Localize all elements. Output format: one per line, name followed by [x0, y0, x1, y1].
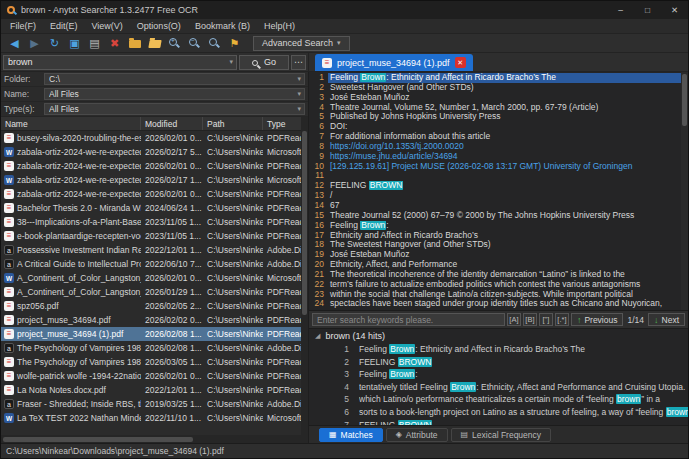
- column-header-name[interactable]: Name: [1, 117, 141, 130]
- forward-icon[interactable]: ▶: [25, 35, 44, 51]
- menu-edite[interactable]: Edit(E): [43, 21, 85, 31]
- more-options-button[interactable]: ⋯: [291, 55, 306, 70]
- file-row[interactable]: wolfe-patrick wolfe -1994-22nation-a...2…: [1, 369, 301, 383]
- filter-combobox[interactable]: C:\▾: [44, 73, 305, 85]
- file-row[interactable]: e-book-plantaardige-recepten-voor-i...20…: [1, 229, 301, 243]
- file-list-vertical-scrollbar[interactable]: [301, 117, 308, 435]
- match-row[interactable]: 6sorts to a book-length project on Latin…: [309, 406, 688, 419]
- file-row[interactable]: zabala-ortiz-2024-we-re-expected-to...20…: [1, 159, 301, 173]
- find-option-button-0[interactable]: [A]: [507, 313, 521, 326]
- column-header-type[interactable]: Type: [263, 117, 301, 130]
- previous-match-button[interactable]: ↑ Previous: [571, 313, 624, 326]
- menu-viewv[interactable]: View(V): [85, 21, 130, 31]
- document-line[interactable]: 3José Esteban Muñoz: [309, 93, 681, 103]
- close-button[interactable]: ✕: [661, 1, 688, 19]
- document-line[interactable]: 1467: [309, 201, 681, 211]
- file-row[interactable]: project_muse_34694 (1).pdf2026/02/08 1..…: [1, 327, 301, 341]
- document-tab[interactable]: project_muse_34694 (1).pdf ✕: [315, 54, 473, 71]
- column-header-path[interactable]: Path: [203, 117, 263, 130]
- document-line[interactable]: 19José Esteban Muñoz: [309, 250, 681, 260]
- tab-attribute[interactable]: ◈Attribute: [386, 428, 448, 442]
- document-vertical-scrollbar[interactable]: [681, 72, 688, 310]
- find-option-button-3[interactable]: [.*]: [555, 313, 569, 326]
- match-group-header[interactable]: ◢ brown (14 hits): [309, 329, 688, 343]
- tab-lexical-frequency[interactable]: ▤Lexical Frequency: [451, 428, 552, 442]
- file-row[interactable]: Fraser - Shredded; Inside RBS, the Ba...…: [1, 397, 301, 411]
- delete-index-icon[interactable]: ✖: [105, 35, 124, 51]
- menu-helph[interactable]: Help(H): [257, 21, 302, 31]
- back-icon[interactable]: ◀: [5, 35, 24, 51]
- file-row[interactable]: spz056.pdf2026/02/05 2...C:\Users\Ninke.…: [1, 299, 301, 313]
- close-tab-icon[interactable]: ✕: [455, 57, 466, 68]
- bookmark-icon[interactable]: ⚑: [225, 35, 244, 51]
- file-row[interactable]: 38---Implications-of-a-Plant-Based-Di...…: [1, 215, 301, 229]
- search-history-dropdown-icon[interactable]: ▾: [226, 58, 236, 66]
- document-line[interactable]: 7For additional information about this a…: [309, 132, 681, 142]
- search-file-icon[interactable]: [205, 35, 224, 51]
- document-line[interactable]: 2Sweetest Hangover (and Other STDs): [309, 83, 681, 93]
- file-row[interactable]: busey-silva-2020-troubling-the-essen...2…: [1, 131, 301, 145]
- file-row[interactable]: The Psychology of Vampires 1983 1st...20…: [1, 341, 301, 355]
- file-row[interactable]: project_muse_34694.pdf2026/02/02 0...C:\…: [1, 313, 301, 327]
- scrollbar-thumb[interactable]: [3, 437, 193, 442]
- match-row[interactable]: 5which Latino/o performance theatricaliz…: [309, 393, 688, 406]
- file-row[interactable]: The Psychology of Vampires 1983 1st...20…: [1, 355, 301, 369]
- document-line[interactable]: 10[129.125.19.61] Project MUSE (2026-02-…: [309, 162, 681, 172]
- filter-combobox[interactable]: All Files▾: [44, 88, 305, 100]
- document-line[interactable]: 8https://doi.org/10.1353/tj.2000.0020: [309, 142, 681, 152]
- file-row[interactable]: zabala-ortiz-2024-we-re-expected-to...20…: [1, 145, 301, 159]
- match-row[interactable]: 1Feeling Brown: Ethnicity and Affect in …: [309, 343, 688, 356]
- menu-optionso[interactable]: Options(O): [130, 21, 188, 31]
- filter-combobox[interactable]: All Files▾: [44, 103, 305, 115]
- menu-filef[interactable]: File(F): [3, 21, 43, 31]
- document-line[interactable]: 5Published by Johns Hopkins University P…: [309, 112, 681, 122]
- file-row[interactable]: La TeX TEST 2022 Nathan Minderhou...2022…: [1, 411, 301, 425]
- folder-icon[interactable]: [125, 35, 144, 51]
- search-input[interactable]: [4, 57, 226, 67]
- column-header-modified[interactable]: Modified: [141, 117, 203, 130]
- refresh-icon[interactable]: ↻: [45, 35, 64, 51]
- zoom-in-icon[interactable]: +: [165, 35, 184, 51]
- file-row[interactable]: A_Continent_of_Color_Langston_Hugh...202…: [1, 285, 301, 299]
- document-line[interactable]: 17Ethnicity and Affect in Ricardo Bracho…: [309, 231, 681, 241]
- index-database-icon[interactable]: ▣: [65, 35, 84, 51]
- document-line[interactable]: 20Ethnicity, Affect, and Performance: [309, 260, 681, 270]
- maximize-button[interactable]: □: [634, 1, 661, 19]
- document-line[interactable]: 11: [309, 171, 681, 181]
- file-row[interactable]: zabala-ortiz-2024-we-re-expected-to...20…: [1, 173, 301, 187]
- document-line[interactable]: 22term’s failure to actualize embodied p…: [309, 280, 681, 290]
- next-match-button[interactable]: ↓ Next: [648, 313, 685, 326]
- find-option-button-2[interactable]: ["]: [539, 313, 553, 326]
- file-row[interactable]: Bachelor Thesis 2.0 - Miranda Wiger...20…: [1, 201, 301, 215]
- document-line[interactable]: 21The theoretical incoherence of the ide…: [309, 270, 681, 280]
- document-line[interactable]: 16Feeling Brown:: [309, 221, 681, 231]
- file-row[interactable]: La Nota Notes.docx.pdf2022/12/01 1...C:\…: [1, 383, 301, 397]
- find-option-button-1[interactable]: [B]: [523, 313, 537, 326]
- match-row[interactable]: 2FEELING BROWN: [309, 356, 688, 369]
- document-line[interactable]: 12FEELING BROWN: [309, 181, 681, 191]
- advanced-search-button[interactable]: Advanced Search ▾: [253, 36, 350, 51]
- file-row[interactable]: A_Continent_of_Color_Langston_Hugh...202…: [1, 271, 301, 285]
- find-input[interactable]: [312, 313, 505, 326]
- file-row[interactable]: A Critical Guide to Intellectual Prop...…: [1, 257, 301, 271]
- scrollbar-thumb[interactable]: [682, 74, 687, 126]
- document-line[interactable]: 23within the social that challenge Latin…: [309, 290, 681, 300]
- tab-matches[interactable]: ▦Matches: [319, 428, 383, 442]
- minimize-button[interactable]: –: [607, 1, 634, 19]
- zoom-out-icon[interactable]: −: [185, 35, 204, 51]
- match-row[interactable]: 4tentatively titled Feeling Brown: Ethni…: [309, 381, 688, 394]
- menu-bookmarkb[interactable]: Bookmark (B): [188, 21, 257, 31]
- scrollbar-thumb[interactable]: [302, 131, 307, 315]
- folder-open-icon[interactable]: [145, 35, 164, 51]
- document-line[interactable]: 15Theatre Journal 52 (2000) 67–79 © 2000…: [309, 211, 681, 221]
- match-row[interactable]: 3Feeling Brown:: [309, 368, 688, 381]
- document-line[interactable]: 6DOI:: [309, 122, 681, 132]
- document-line[interactable]: 24spectacles have been staged under grou…: [309, 299, 681, 309]
- print-icon[interactable]: ▤: [85, 35, 104, 51]
- collapse-icon[interactable]: ◢: [315, 332, 320, 340]
- document-line[interactable]: 4Theatre Journal, Volume 52, Number 1, M…: [309, 103, 681, 113]
- document-line[interactable]: 9https://muse.jhu.edu/article/34694: [309, 152, 681, 162]
- document-line[interactable]: 18The Sweetest Hangover (and Other STDs): [309, 240, 681, 250]
- document-line[interactable]: 1Feeling Brown: Ethnicity and Affect in …: [309, 73, 681, 83]
- file-row[interactable]: Possessive Investment Indian Remov...202…: [1, 243, 301, 257]
